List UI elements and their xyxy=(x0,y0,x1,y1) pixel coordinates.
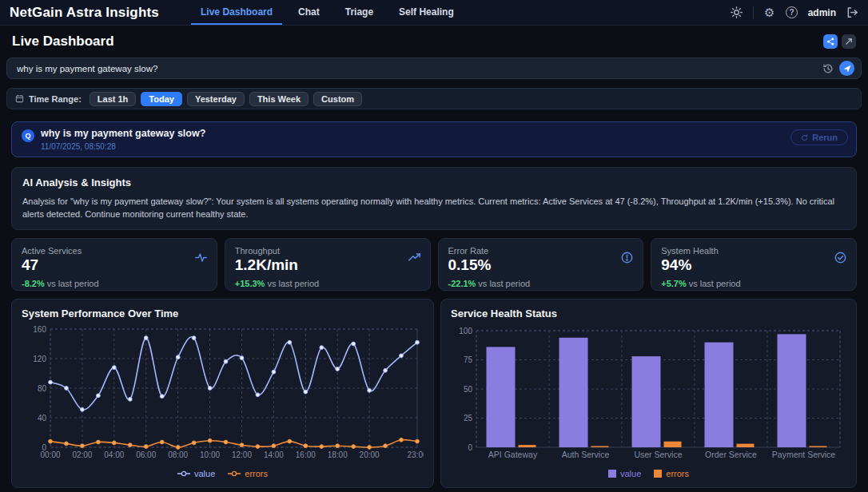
query-question: why is my payment gateway slow? xyxy=(41,128,205,139)
svg-text:20:00: 20:00 xyxy=(360,450,380,459)
time-chip-custom[interactable]: Custom xyxy=(313,92,362,106)
trending-up-icon xyxy=(408,252,420,267)
tab-triage[interactable]: Triage xyxy=(336,0,383,25)
top-nav: NetGain Astra Insights Live Dashboard Ch… xyxy=(0,0,868,26)
alert-circle-icon xyxy=(621,252,633,267)
help-icon[interactable]: ? xyxy=(786,6,798,19)
legend-errors: errors xyxy=(654,469,689,478)
query-bar xyxy=(6,58,862,79)
user-name[interactable]: admin xyxy=(808,7,836,18)
send-icon xyxy=(843,65,851,73)
send-button[interactable] xyxy=(839,61,854,76)
tab-chat[interactable]: Chat xyxy=(289,0,329,25)
metric-error-rate: Error Rate 0.15% -22.1%vs last period xyxy=(438,238,644,291)
svg-text:API Gateway: API Gateway xyxy=(488,450,538,459)
svg-text:10:00: 10:00 xyxy=(200,450,220,459)
nav-divider xyxy=(753,6,754,19)
svg-text:25: 25 xyxy=(464,414,473,423)
ai-insights-body: Analysis for "why is my payment gateway … xyxy=(22,195,846,220)
bar-chart-card: Service Health Status 0255075100API Gate… xyxy=(440,299,857,488)
time-chip-this-week[interactable]: This Week xyxy=(249,92,309,106)
activity-icon xyxy=(195,252,207,267)
page-title: Live Dashboard xyxy=(12,34,114,50)
query-input[interactable] xyxy=(17,64,820,73)
svg-text:Order Service: Order Service xyxy=(705,450,757,459)
svg-text:User Service: User Service xyxy=(634,450,682,459)
svg-text:Payment Service: Payment Service xyxy=(772,450,836,459)
refresh-icon xyxy=(801,134,808,141)
time-range-bar: Time Range: Last 1h Today Yesterday This… xyxy=(6,88,862,109)
line-chart-legend: valueerrors xyxy=(22,469,424,478)
svg-text:80: 80 xyxy=(38,384,47,393)
tab-self-healing[interactable]: Self Healing xyxy=(389,0,464,25)
ai-insights-card: AI Analysis & Insights Analysis for "why… xyxy=(11,167,857,230)
svg-text:0: 0 xyxy=(468,443,472,452)
svg-text:00:00: 00:00 xyxy=(40,450,60,459)
share-button[interactable] xyxy=(823,34,838,49)
svg-text:06:00: 06:00 xyxy=(136,450,156,459)
metric-active-services: Active Services 47 -8.2%vs last period xyxy=(11,238,217,291)
time-chip-last-1h[interactable]: Last 1h xyxy=(90,92,137,106)
svg-text:160: 160 xyxy=(33,325,46,334)
query-history-card: Q why is my payment gateway slow? 11/07/… xyxy=(11,121,857,157)
svg-text:23:00: 23:00 xyxy=(407,450,424,459)
line-chart-title: System Performance Over Time xyxy=(22,308,424,319)
metric-throughput: Throughput 1.2K/min +15.3%vs last period xyxy=(225,238,431,291)
svg-text:04:00: 04:00 xyxy=(104,450,124,459)
query-timestamp: 11/07/2025, 08:50:28 xyxy=(41,142,205,151)
calendar-icon xyxy=(15,94,24,103)
legend-value: value xyxy=(608,469,641,478)
bar-chart-legend: valueerrors xyxy=(451,469,846,478)
svg-text:12:00: 12:00 xyxy=(232,450,252,459)
bar-chart-title: Service Health Status xyxy=(451,308,846,319)
legend-value: value xyxy=(177,469,215,478)
time-range-label-wrap: Time Range: xyxy=(15,94,82,104)
logout-icon[interactable] xyxy=(846,6,858,19)
svg-text:08:00: 08:00 xyxy=(168,450,188,459)
metric-cards-row: Active Services 47 -8.2%vs last period T… xyxy=(11,238,857,291)
check-circle-icon xyxy=(834,252,846,267)
svg-text:18:00: 18:00 xyxy=(328,450,348,459)
legend-errors: errors xyxy=(228,469,268,478)
svg-text:50: 50 xyxy=(464,385,473,394)
history-icon xyxy=(822,63,834,74)
svg-text:14:00: 14:00 xyxy=(264,450,284,459)
question-badge: Q xyxy=(22,129,34,142)
time-chip-today[interactable]: Today xyxy=(141,92,182,106)
theme-sun-icon[interactable] xyxy=(731,6,743,19)
svg-text:40: 40 xyxy=(38,414,47,423)
tab-live-dashboard[interactable]: Live Dashboard xyxy=(191,0,282,25)
settings-gear-icon[interactable]: ⚙ xyxy=(763,6,776,19)
line-chart-svg: 0408012016000:0002:0004:0006:0008:0010:0… xyxy=(22,323,424,465)
svg-text:100: 100 xyxy=(459,327,472,335)
line-chart-card: System Performance Over Time 04080120160… xyxy=(11,299,434,488)
rerun-button[interactable]: Rerun xyxy=(790,129,848,145)
time-range-label: Time Range: xyxy=(29,94,82,104)
nav-tabs: Live Dashboard Chat Triage Self Healing xyxy=(191,0,464,25)
app-title: NetGain Astra Insights xyxy=(10,5,159,21)
svg-text:120: 120 xyxy=(33,355,46,363)
svg-text:02:00: 02:00 xyxy=(72,450,92,459)
history-button[interactable] xyxy=(820,61,836,77)
bar-chart-svg: 0255075100API GatewayAuth ServiceUser Se… xyxy=(451,323,846,465)
expand-icon xyxy=(845,38,853,46)
svg-text:16:00: 16:00 xyxy=(296,450,316,459)
charts-row: System Performance Over Time 04080120160… xyxy=(11,299,857,488)
ai-insights-title: AI Analysis & Insights xyxy=(22,177,846,188)
expand-button[interactable] xyxy=(842,34,856,49)
share-icon xyxy=(826,38,834,46)
svg-text:Auth Service: Auth Service xyxy=(562,450,610,459)
svg-text:75: 75 xyxy=(464,355,473,364)
metric-system-health: System Health 94% +5.7%vs last period xyxy=(651,238,857,291)
time-chip-yesterday[interactable]: Yesterday xyxy=(187,92,245,106)
